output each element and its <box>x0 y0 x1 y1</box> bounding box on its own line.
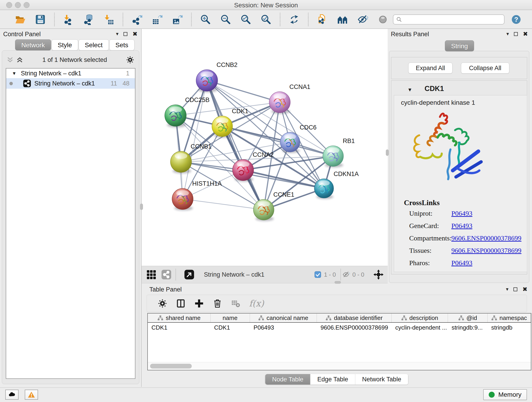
table-cell[interactable]: 9606.ENSP00000378699 <box>317 323 392 332</box>
tab-edge-table[interactable]: Edge Table <box>310 374 355 385</box>
warning-button[interactable] <box>25 390 38 400</box>
export-table-button[interactable] <box>152 14 163 25</box>
settings-gear-icon[interactable] <box>157 298 167 308</box>
table-cell[interactable]: CDK1 <box>210 323 250 332</box>
crosslink-link[interactable]: 9606.ENSP00000378699 <box>451 234 521 242</box>
float-panel-icon[interactable] <box>513 287 517 291</box>
edge-CCNE1-HIST1H1A[interactable] <box>183 199 264 210</box>
tab-network[interactable]: Network <box>15 39 51 51</box>
column-header-description[interactable]: description <box>392 313 448 322</box>
import-network-file-button[interactable] <box>63 14 74 25</box>
gear-options-icon[interactable] <box>126 56 134 64</box>
hide-selected-button[interactable] <box>357 14 368 25</box>
right-splitter-handle[interactable] <box>386 149 389 156</box>
crosslink-link[interactable]: 9606.ENSP00000378699 <box>451 247 521 254</box>
table-cell[interactable]: P06493 <box>250 323 317 332</box>
save-session-button[interactable] <box>35 14 46 25</box>
move-crosshair-icon[interactable] <box>373 269 384 280</box>
column-header-name[interactable]: name <box>210 313 250 322</box>
panel-menu-icon[interactable]: ▾ <box>116 31 119 37</box>
scrollbar-thumb[interactable] <box>150 364 192 369</box>
bottom-splitter-handle[interactable] <box>335 281 341 284</box>
share-network-icon[interactable] <box>161 269 172 280</box>
table-cell[interactable]: CDK1 <box>148 323 210 332</box>
node-CDC6[interactable] <box>280 132 300 153</box>
split-columns-icon[interactable] <box>176 298 186 308</box>
refresh-view-button[interactable] <box>289 14 300 25</box>
hidden-eye-slash-icon[interactable] <box>342 271 350 279</box>
edge-CCNB2-CCNA1[interactable] <box>207 80 280 102</box>
birdseye-view-icon[interactable] <box>184 269 195 280</box>
float-panel-icon[interactable] <box>123 32 127 36</box>
first-neighbors-button[interactable] <box>337 14 348 25</box>
node-RB1[interactable] <box>323 146 343 167</box>
table-cell[interactable]: stringdb:9... <box>448 323 488 332</box>
node-CCNE1[interactable] <box>253 199 274 221</box>
zoom-fit-button[interactable] <box>240 14 251 25</box>
node-HIST1H1A[interactable] <box>172 188 193 211</box>
edge-CCNB2-CCNE1[interactable] <box>207 80 264 210</box>
memory-button[interactable]: Memory <box>483 389 527 400</box>
node-CCNB2[interactable] <box>196 70 218 92</box>
export-network-file-button[interactable] <box>132 14 143 25</box>
zoom-in-button[interactable] <box>200 14 211 25</box>
network-collection-row[interactable]: ▼ String Network – cdk1 1 <box>6 69 135 78</box>
float-panel-icon[interactable] <box>514 32 518 36</box>
tab-style[interactable]: Style <box>51 39 78 51</box>
export-image-button[interactable] <box>172 14 183 25</box>
tab-node-table[interactable]: Node Table <box>265 374 310 385</box>
column-header-namespac[interactable]: namespac <box>488 313 531 322</box>
node-CDK1[interactable] <box>212 116 233 138</box>
column-header-canonical-name[interactable]: canonical name <box>250 313 317 322</box>
panel-menu-icon[interactable]: ▾ <box>506 31 509 37</box>
selected-checkbox-icon[interactable] <box>314 271 322 279</box>
zoom-out-button[interactable] <box>220 14 231 25</box>
node-CCNA2[interactable] <box>233 160 254 182</box>
table-cell[interactable]: cyclin-dependent ... <box>392 323 448 332</box>
search-input[interactable] <box>402 15 501 24</box>
table-row[interactable]: CDK1CDK1P064939606.ENSP00000378699cyclin… <box>148 323 531 332</box>
clone-network-button[interactable] <box>317 14 328 25</box>
tab-sets[interactable]: Sets <box>109 39 134 51</box>
node-CCNB1[interactable] <box>171 151 191 173</box>
edge-RB1-CCNA2[interactable] <box>243 156 333 170</box>
help-button[interactable]: ? <box>511 14 521 25</box>
column-header-database-identifier[interactable]: database identifier <box>317 313 392 322</box>
collapse-all-chevron-icon[interactable] <box>6 56 14 64</box>
node-CDKN1A[interactable] <box>314 179 334 199</box>
table-cell[interactable]: stringdb <box>488 323 531 332</box>
expand-all-chevron-icon[interactable] <box>16 56 24 64</box>
tab-string[interactable]: String <box>445 40 474 51</box>
crosslink-link[interactable]: P06493 <box>451 210 472 217</box>
column-header-shared-name[interactable]: shared name <box>148 313 210 322</box>
cloud-status-button[interactable] <box>5 390 19 400</box>
import-network-database-button[interactable] <box>83 14 94 25</box>
close-panel-icon[interactable]: ✖ <box>522 286 527 293</box>
network-canvas[interactable]: CCNB2CCNA1CDC25BCDK1CDC6RB1CCNB1CCNA2CDK… <box>142 29 388 266</box>
zoom-selected-button[interactable] <box>260 14 272 25</box>
collapse-tree-icon[interactable]: ▼ <box>11 71 18 76</box>
search-box[interactable] <box>393 14 505 25</box>
open-session-button[interactable] <box>15 14 26 25</box>
add-column-icon[interactable] <box>194 298 204 308</box>
collapse-all-button[interactable]: Collapse All <box>461 63 509 74</box>
left-splitter-handle[interactable] <box>140 204 143 210</box>
panel-menu-icon[interactable]: ▾ <box>506 286 508 293</box>
import-table-button[interactable] <box>103 14 114 25</box>
close-panel-icon[interactable]: ✖ <box>523 31 528 37</box>
expand-all-button[interactable]: Expand All <box>408 63 452 74</box>
show-all-button[interactable] <box>377 14 388 25</box>
collapse-entry-icon[interactable]: ▼ <box>407 87 412 93</box>
grid-view-icon[interactable] <box>146 269 157 280</box>
delete-column-icon[interactable] <box>212 298 222 308</box>
crosslink-link[interactable]: P06493 <box>451 222 472 230</box>
node-CDC25B[interactable] <box>165 105 186 128</box>
crosslink-link[interactable]: P06493 <box>451 259 472 267</box>
network-row[interactable]: String Network – cdk1 11 48 <box>6 78 135 89</box>
tab-network-table[interactable]: Network Table <box>355 374 409 385</box>
tab-select[interactable]: Select <box>79 39 109 51</box>
node-CCNA1[interactable] <box>269 92 290 114</box>
horizontal-scrollbar[interactable] <box>148 362 531 370</box>
close-panel-icon[interactable]: ✖ <box>133 31 138 37</box>
column-header--id[interactable]: @id <box>448 313 488 322</box>
